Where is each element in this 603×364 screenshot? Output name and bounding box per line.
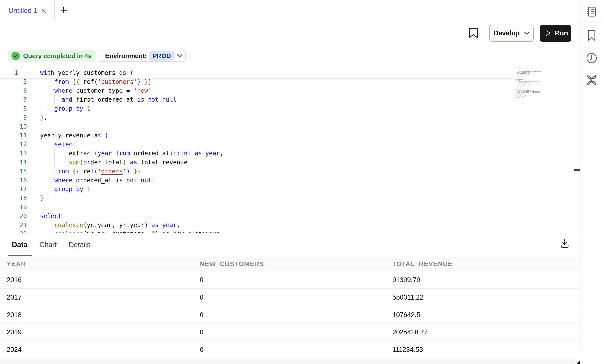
code-token xyxy=(515,90,517,91)
code-token: customers xyxy=(523,72,528,73)
code-token: with xyxy=(515,67,517,68)
code-token: } xyxy=(137,168,141,175)
code-token: with xyxy=(40,69,54,76)
code-line-text: group by 1 xyxy=(40,104,90,113)
bookmark-icon[interactable] xyxy=(580,23,603,47)
code-token: where xyxy=(54,177,72,184)
code-token xyxy=(101,132,105,139)
code-token xyxy=(159,96,162,103)
code-token: ( xyxy=(527,67,528,68)
right-sidebar xyxy=(580,0,603,364)
code-token: ref xyxy=(80,168,94,175)
table-cell: 2024 xyxy=(7,341,22,358)
bookmark-icon[interactable] xyxy=(469,28,478,38)
line-number: 18 xyxy=(0,194,27,203)
code-token: 'new' xyxy=(528,73,530,74)
editor-scroll-ruler[interactable] xyxy=(573,67,580,228)
scroll-position-marker xyxy=(574,169,580,171)
tab-untitled-1[interactable]: Untitled 1 xyxy=(0,0,55,21)
code-token: ) xyxy=(40,114,44,121)
table-row[interactable]: 20170550011.22 xyxy=(0,289,580,306)
code-token: yearly_revenue xyxy=(515,79,522,80)
code-token: from xyxy=(517,83,519,84)
results-tab-details[interactable]: Details xyxy=(69,241,90,249)
close-icon[interactable] xyxy=(41,8,46,13)
code-token: as xyxy=(94,132,101,139)
table-row[interactable]: 201902025418.77 xyxy=(0,323,580,341)
code-token: 1 xyxy=(521,75,522,76)
code-token xyxy=(40,177,54,184)
table-hscrollbar[interactable] xyxy=(0,359,580,364)
line-number: 13 xyxy=(0,149,27,158)
column-header-total_revenue: TOTAL_REVENUE xyxy=(392,257,452,271)
download-icon[interactable] xyxy=(560,239,569,248)
environment-selector[interactable]: Environment: PROD xyxy=(100,50,186,62)
code-token: year xyxy=(205,150,220,157)
sticky-line-code: with yearly_customers as ( xyxy=(40,68,134,78)
new-tab-button[interactable] xyxy=(60,7,67,13)
results-tab-data[interactable]: Data xyxy=(12,241,27,249)
code-token: ) xyxy=(123,159,126,166)
table-cell: 2019 xyxy=(7,323,22,341)
code-token: { xyxy=(72,168,76,175)
code-token: is xyxy=(137,96,144,103)
table-cell: 550011.22 xyxy=(392,289,424,306)
code-token: total_revenue xyxy=(137,159,187,166)
dbt-assistant-icon[interactable] xyxy=(580,69,603,91)
code-token: null xyxy=(141,177,155,184)
code-token: not xyxy=(148,96,159,103)
code-token: ref xyxy=(520,83,522,84)
notebook-icon[interactable] xyxy=(580,0,603,23)
code-token xyxy=(40,87,54,94)
code-editor[interactable]: Query completed in 4s Environment: PROD … xyxy=(0,45,580,233)
line-number: 11 xyxy=(0,131,27,140)
code-token: ( xyxy=(105,132,108,139)
code-token xyxy=(83,186,87,193)
code-token: , xyxy=(515,77,516,78)
code-token xyxy=(40,168,54,175)
chevron-down-icon xyxy=(177,54,182,58)
code-token: ( xyxy=(83,222,87,228)
code-token xyxy=(159,230,162,233)
code-token: year from xyxy=(523,81,527,82)
results-tab-chart[interactable]: Chart xyxy=(39,241,57,249)
code-token: coalesce xyxy=(54,222,83,228)
code-token: 1 xyxy=(519,97,520,98)
code-token: ( xyxy=(130,69,133,76)
minimap[interactable]: with yearly_customers as ( select extrac… xyxy=(513,66,573,106)
code-token: ) xyxy=(144,222,148,228)
code-token: ordered_at xyxy=(130,150,169,157)
code-token: } xyxy=(530,72,530,73)
run-button[interactable]: Run xyxy=(540,25,571,42)
code-token: , xyxy=(220,150,223,157)
line-number: 15 xyxy=(0,167,27,176)
line-number: 17 xyxy=(0,185,27,194)
code-token xyxy=(123,177,126,184)
code-token xyxy=(126,69,130,76)
code-token: yc.new_customers, xyxy=(87,230,151,233)
table-row[interactable]: 20180107642.5 xyxy=(0,306,580,323)
minimap-code: with yearly_customers as ( select extrac… xyxy=(515,67,523,98)
code-token: 0 xyxy=(151,230,155,233)
code-token: coalesce xyxy=(54,230,83,233)
code-token: ( xyxy=(83,230,87,233)
code-line-text: yearly_revenue as ( xyxy=(40,131,108,140)
table-row[interactable]: 20240111234.53 xyxy=(0,341,580,358)
code-token: as xyxy=(151,222,159,228)
code-line-text: select xyxy=(40,212,62,221)
develop-dropdown[interactable]: Develop xyxy=(489,25,534,42)
code-token: as xyxy=(130,159,137,166)
status-row: Query completed in 4s Environment: PROD xyxy=(8,50,186,62)
sticky-shadow xyxy=(0,78,580,80)
code-token: from xyxy=(517,72,519,73)
code-token xyxy=(191,150,195,157)
query-status-text: Query completed in 4s xyxy=(23,52,92,60)
line-number: 14 xyxy=(0,158,27,167)
table-row[interactable]: 2016091399.79 xyxy=(0,271,580,289)
code-token xyxy=(515,86,517,87)
code-token: group by xyxy=(517,86,521,87)
code-token: , xyxy=(177,222,180,228)
code-token xyxy=(159,222,162,228)
history-clock-icon[interactable] xyxy=(580,47,603,69)
develop-label: Develop xyxy=(494,29,520,37)
